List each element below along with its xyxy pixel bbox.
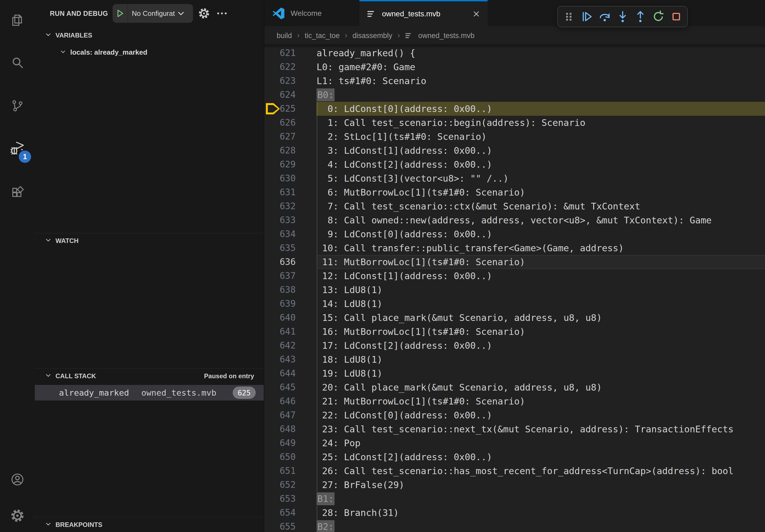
line-number[interactable]: 625 [264, 102, 317, 116]
code-line-625[interactable]: 625 0: LdConst[0](address: 0x00..) [264, 102, 765, 116]
line-number[interactable]: 624 [264, 88, 317, 102]
line-number[interactable]: 651 [264, 464, 317, 478]
line-number[interactable]: 641 [264, 325, 317, 339]
section-header-breakpoints[interactable]: BREAKPOINTS [35, 517, 264, 532]
line-number[interactable]: 638 [264, 283, 317, 297]
code-line-623[interactable]: 623L1: ts#1#0: Scenario [264, 74, 765, 88]
start-debugging-icon[interactable] [113, 9, 128, 18]
line-number[interactable]: 634 [264, 227, 317, 241]
code-line-634[interactable]: 634 9: LdConst[0](address: 0x00..) [264, 227, 765, 241]
code-line-649[interactable]: 649 24: Pop [264, 436, 765, 450]
code-line-652[interactable]: 652 27: BrFalse(29) [264, 478, 765, 492]
line-number[interactable]: 626 [264, 116, 317, 130]
line-number[interactable]: 648 [264, 422, 317, 436]
close-icon[interactable] [472, 10, 480, 18]
section-header-call-stack[interactable]: CALL STACK Paused on entry [35, 368, 264, 383]
code-line-638[interactable]: 638 13: LdU8(1) [264, 283, 765, 297]
code-line-642[interactable]: 642 17: LdConst[2](address: 0x00..) [264, 339, 765, 353]
code-line-643[interactable]: 643 18: LdU8(1) [264, 353, 765, 367]
step-over-icon[interactable] [598, 10, 612, 24]
section-header-watch[interactable]: WATCH [35, 233, 264, 248]
code-line-640[interactable]: 640 15: Call place_mark(&mut Scenario, a… [264, 311, 765, 325]
line-number[interactable]: 642 [264, 339, 317, 353]
code-line-630[interactable]: 630 5: LdConst[3](vector<u8>: "" /..) [264, 171, 765, 185]
line-number[interactable]: 629 [264, 157, 317, 171]
code-line-644[interactable]: 644 19: LdU8(1) [264, 367, 765, 381]
code-line-633[interactable]: 633 8: Call owned::new(address, address,… [264, 213, 765, 227]
code-line-636[interactable]: 636 11: MutBorrowLoc[1](ts#1#0: Scenario… [264, 255, 765, 269]
continue-icon[interactable] [580, 10, 594, 24]
code-line-648[interactable]: 648 23: Call test_scenario::next_tx(&mut… [264, 422, 765, 436]
debug-config-dropdown[interactable]: No Configurat [113, 4, 193, 23]
call-stack-frame[interactable]: already_marked owned_tests.mvb 625 [35, 385, 264, 400]
code-line-653[interactable]: 653B1: [264, 492, 765, 506]
line-number[interactable]: 635 [264, 241, 317, 255]
line-number[interactable]: 653 [264, 492, 317, 506]
code-line-628[interactable]: 628 3: LdConst[1](address: 0x00..) [264, 143, 765, 157]
breadcrumb-item[interactable]: disassembly [353, 32, 392, 40]
line-number[interactable]: 632 [264, 199, 317, 213]
line-number[interactable]: 650 [264, 450, 317, 464]
more-actions-icon[interactable] [217, 12, 227, 15]
line-number[interactable]: 649 [264, 436, 317, 450]
code-editor[interactable]: 621already_marked() {622L0: game#2#0: Ga… [264, 45, 765, 532]
line-number[interactable]: 655 [264, 520, 317, 532]
tab-owned-tests[interactable]: owned_tests.mvb [360, 0, 487, 27]
breadcrumb-item[interactable]: owned_tests.mvb [418, 32, 474, 40]
code-line-639[interactable]: 639 14: LdU8(1) [264, 297, 765, 311]
breadcrumb-item[interactable]: build [277, 32, 292, 40]
line-number[interactable]: 633 [264, 213, 317, 227]
code-line-624[interactable]: 624B0: [264, 88, 765, 102]
code-line-632[interactable]: 632 7: Call test_scenario::ctx(&mut Scen… [264, 199, 765, 213]
code-line-651[interactable]: 651 26: Call test_scenario::has_most_rec… [264, 464, 765, 478]
code-line-631[interactable]: 631 6: MutBorrowLoc[1](ts#1#0: Scenario) [264, 185, 765, 199]
breadcrumb-item[interactable]: tic_tac_toe [305, 32, 340, 40]
line-number[interactable]: 647 [264, 408, 317, 422]
code-line-646[interactable]: 646 21: MutBorrowLoc[1](ts#1#0: Scenario… [264, 394, 765, 408]
stop-icon[interactable] [669, 10, 683, 24]
source-control-icon[interactable] [0, 89, 35, 123]
code-line-622[interactable]: 622L0: game#2#0: Game [264, 60, 765, 74]
line-number[interactable]: 637 [264, 269, 317, 283]
run-and-debug-icon[interactable]: 1 [0, 131, 35, 166]
settings-gear-icon[interactable] [198, 7, 210, 20]
line-number[interactable]: 631 [264, 185, 317, 199]
code-line-626[interactable]: 626 1: Call test_scenario::begin(address… [264, 116, 765, 130]
code-line-641[interactable]: 641 16: MutBorrowLoc[1](ts#1#0: Scenario… [264, 325, 765, 339]
code-line-647[interactable]: 647 22: LdConst[0](address: 0x00..) [264, 408, 765, 422]
line-number[interactable]: 623 [264, 74, 317, 88]
code-line-645[interactable]: 645 20: Call place_mark(&mut Scenario, a… [264, 381, 765, 394]
line-number[interactable]: 627 [264, 130, 317, 143]
line-number[interactable]: 643 [264, 353, 317, 367]
code-line-621[interactable]: 621already_marked() { [264, 46, 765, 60]
line-number[interactable]: 644 [264, 367, 317, 381]
line-number[interactable]: 652 [264, 478, 317, 492]
line-number[interactable]: 646 [264, 394, 317, 408]
code-line-655[interactable]: 655B2: [264, 520, 765, 532]
restart-icon[interactable] [651, 10, 665, 24]
line-number[interactable]: 628 [264, 143, 317, 157]
accounts-icon[interactable] [0, 462, 35, 497]
code-line-637[interactable]: 637 12: LdConst[1](address: 0x00..) [264, 269, 765, 283]
search-icon[interactable] [0, 46, 35, 80]
step-out-icon[interactable] [633, 10, 647, 24]
step-into-icon[interactable] [616, 10, 630, 24]
extensions-icon[interactable] [0, 174, 35, 209]
line-number[interactable]: 645 [264, 381, 317, 394]
code-line-635[interactable]: 635 10: Call transfer::public_transfer<G… [264, 241, 765, 255]
line-number[interactable]: 636 [264, 255, 317, 269]
line-number[interactable]: 621 [264, 46, 317, 60]
line-number[interactable]: 654 [264, 506, 317, 520]
line-number[interactable]: 640 [264, 311, 317, 325]
code-line-654[interactable]: 654 28: Branch(31) [264, 506, 765, 520]
line-number[interactable]: 622 [264, 60, 317, 74]
line-number[interactable]: 630 [264, 171, 317, 185]
toolbar-drag-grip[interactable] [562, 10, 576, 24]
tab-welcome[interactable]: Welcome [264, 0, 360, 27]
section-header-variables[interactable]: VARIABLES [35, 28, 264, 43]
code-line-627[interactable]: 627 2: StLoc[1](ts#1#0: Scenario) [264, 130, 765, 143]
manage-settings-icon[interactable] [0, 498, 35, 532]
code-line-629[interactable]: 629 4: LdConst[2](address: 0x00..) [264, 157, 765, 171]
line-number[interactable]: 639 [264, 297, 317, 311]
code-line-650[interactable]: 650 25: LdConst[2](address: 0x00..) [264, 450, 765, 464]
